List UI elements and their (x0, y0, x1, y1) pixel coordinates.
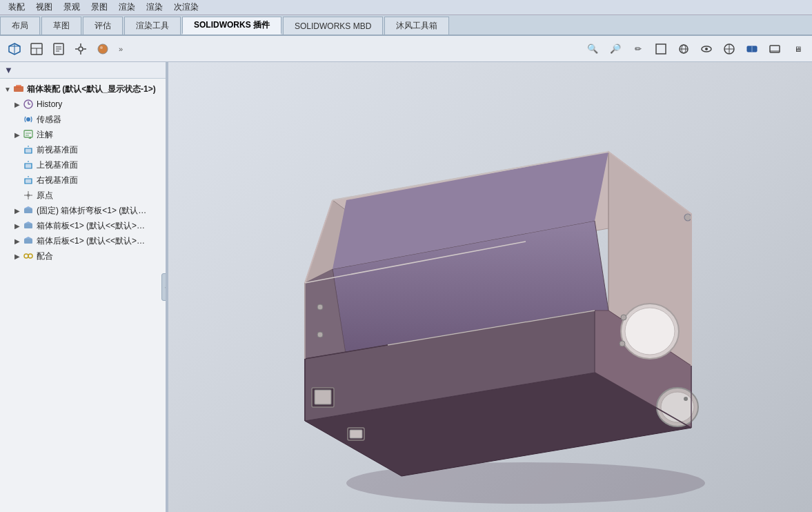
menu-view[interactable]: 视图 (30, 0, 58, 14)
render-icon (769, 43, 781, 55)
svg-point-22 (705, 48, 708, 50)
plane-top-svg-icon (23, 159, 34, 170)
display-icon-btn[interactable]: 🖥 (787, 39, 808, 59)
svg-rect-31 (16, 85, 21, 88)
sidebar-filter-bar: ▼ (0, 62, 166, 79)
part1-icon (22, 204, 34, 217)
tree-item-plane-top[interactable]: ▶ 上视基准面 (10, 157, 166, 173)
appearance-icon (96, 42, 110, 56)
toolbar-layout-icon[interactable] (26, 39, 47, 59)
expand-arrow-history[interactable]: ▶ (12, 99, 22, 109)
part1-label: (固定) 箱体折弯板<1> (默认<<默认 (37, 205, 147, 217)
assembly-label: 箱体装配 (默认<默认_显示状态-1>) (27, 83, 163, 95)
tree-item-plane-right[interactable]: ▶ 右视基准面 (10, 173, 166, 188)
history-label: History (37, 99, 163, 109)
toolbar-move-icon[interactable] (70, 39, 91, 59)
wireframe-icon (655, 43, 667, 55)
mate-label: 配合 (37, 250, 163, 262)
plane-front-icon (22, 144, 34, 156)
svg-point-48 (27, 194, 30, 197)
tab-evaluate[interactable]: 评估 (83, 17, 123, 35)
tree-item-mate[interactable]: ▶ 配合 (10, 248, 166, 264)
tab-sw-plugins[interactable]: SOLIDWORKS 插件 (182, 17, 281, 35)
tab-render-tools[interactable]: 渲染工具 (124, 17, 181, 35)
svg-marker-44 (25, 179, 32, 184)
plane-top-icon (22, 159, 34, 171)
right-toolbar: 🔍 🔎 ✏ (582, 39, 808, 59)
filter-icon: ▼ (4, 65, 13, 75)
tree-item-origin[interactable]: ▶ 原点 (10, 188, 166, 203)
toolbar-expand-btn[interactable]: » (115, 39, 127, 59)
viewport[interactable] (167, 62, 812, 512)
render-icon-btn[interactable] (764, 39, 785, 59)
sidebar: ▼ ▼ 箱体装配 (默认<默认_显示状态-1>) ▶ (0, 62, 167, 512)
plane-right-label: 右视基准面 (37, 175, 163, 186)
origin-svg-icon (23, 190, 34, 201)
tree-root-assembly[interactable]: ▼ 箱体装配 (默认<默认_显示状态-1>) (0, 81, 166, 97)
svg-rect-80 (350, 430, 362, 438)
svg-point-82 (317, 332, 323, 337)
expand-arrow-part2[interactable]: ▶ (12, 221, 22, 230)
svg-marker-42 (25, 164, 32, 168)
resize-strip[interactable] (166, 62, 168, 512)
expand-arrow-part1[interactable]: ▶ (12, 206, 22, 215)
display-mode-icon-btn[interactable] (673, 39, 694, 59)
svg-point-16 (100, 46, 103, 49)
tree-item-history[interactable]: ▶ History (10, 97, 166, 112)
feature-tree: ▼ 箱体装配 (默认<默认_显示状态-1>) ▶ History (0, 79, 166, 266)
tree-item-part3[interactable]: ▶ 箱体后板<1> (默认<<默认>_显示 (10, 233, 166, 248)
part3-label: 箱体后板<1> (默认<<默认>_显示 (37, 235, 147, 247)
toolbar-properties-icon[interactable] (48, 39, 69, 59)
tab-mufeng[interactable]: 沐风工具箱 (384, 17, 449, 35)
part2-label: 箱体前板<1> (默认<<默认>_显示 (37, 220, 147, 232)
tree-item-annotation[interactable]: ▶ 注解 (10, 127, 166, 142)
svg-rect-49 (24, 208, 32, 213)
sidebar-filter-input[interactable] (16, 66, 161, 75)
wireframe-icon-btn[interactable] (651, 39, 671, 59)
zoom-icon-btn[interactable]: 🔎 (605, 39, 626, 59)
tree-item-sensor[interactable]: ▶ 传感器 (10, 112, 166, 127)
menu-sub-render[interactable]: 次渲染 (168, 0, 204, 14)
tab-bar: 布局 草图 评估 渲染工具 SOLIDWORKS 插件 SOLIDWORKS M… (0, 15, 812, 36)
properties-icon (52, 42, 66, 56)
view-orient-icon (723, 43, 735, 55)
section-view-icon-btn[interactable] (742, 39, 762, 59)
sensor-icon (22, 113, 34, 126)
view-orient-icon-btn[interactable] (719, 39, 740, 59)
hide-show-icon-btn[interactable] (696, 39, 717, 59)
menu-assembly[interactable]: 装配 (3, 0, 30, 14)
svg-point-35 (26, 117, 30, 121)
expand-arrow-annotation[interactable]: ▶ (12, 130, 22, 139)
search-icon-btn[interactable]: 🔍 (582, 39, 603, 59)
svg-rect-36 (24, 130, 32, 137)
tab-sw-mbd[interactable]: SOLIDWORKS MBD (283, 17, 383, 35)
tree-item-plane-front[interactable]: ▶ 前视基准面 (10, 142, 166, 157)
top-menu-bar: 装配 视图 景观 景图 渲染 渲染 次渲染 (0, 0, 812, 15)
expand-arrow-part3[interactable]: ▶ (12, 236, 22, 246)
tab-sketch[interactable]: 草图 (41, 17, 81, 35)
svg-rect-78 (315, 390, 331, 404)
svg-rect-51 (24, 224, 32, 228)
annotation-icon (22, 128, 34, 141)
tab-layout[interactable]: 布局 (0, 17, 40, 35)
svg-marker-52 (24, 221, 32, 224)
toolbar-appearance-icon[interactable] (92, 39, 113, 59)
tree-item-part2[interactable]: ▶ 箱体前板<1> (默认<<默认>_显示 (10, 218, 166, 233)
pencil-icon-btn[interactable]: ✏ (628, 39, 648, 59)
sensor-label: 传感器 (37, 114, 163, 126)
menu-render3[interactable]: 渲染 (141, 0, 168, 14)
tree-item-part1[interactable]: ▶ (固定) 箱体折弯板<1> (默认<<默认 (10, 203, 166, 218)
assembly-svg-icon (13, 83, 24, 95)
expand-arrow-assembly[interactable]: ▼ (3, 84, 12, 94)
menu-render[interactable]: 景图 (86, 0, 113, 14)
plane-front-label: 前视基准面 (37, 144, 163, 156)
svg-rect-17 (656, 44, 666, 54)
menu-scene[interactable]: 景观 (58, 0, 86, 14)
icon-toolbar: » 🔍 🔎 ✏ (0, 36, 812, 62)
menu-render2[interactable]: 渲染 (113, 0, 141, 14)
mate-icon (22, 250, 34, 262)
toolbar-3d-icon[interactable] (4, 39, 25, 59)
annotation-label: 注解 (37, 129, 163, 141)
expand-arrow-mate[interactable]: ▶ (12, 251, 22, 261)
part3-svg-icon (23, 235, 34, 246)
